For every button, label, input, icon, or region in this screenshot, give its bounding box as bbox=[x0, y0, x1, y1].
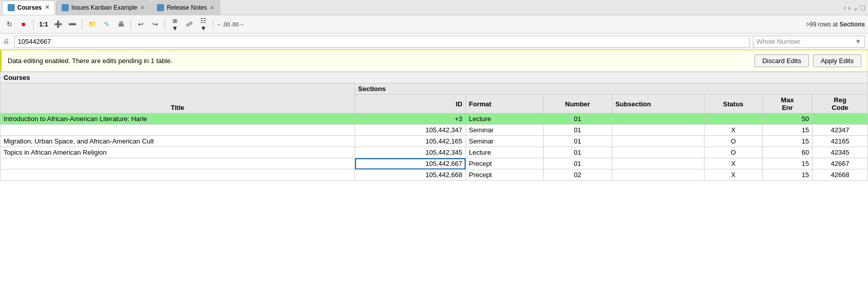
print-button[interactable]: 🖶 bbox=[115, 18, 127, 31]
align-button[interactable]: ≣ ▼ bbox=[169, 18, 181, 31]
decimal-left-button[interactable]: ←.00 bbox=[217, 18, 229, 31]
status-cell[interactable]: X bbox=[704, 158, 763, 169]
field-value-input[interactable] bbox=[14, 36, 750, 48]
apply-edits-button[interactable]: Apply Edits bbox=[813, 54, 861, 67]
max-enr-cell[interactable]: 15 bbox=[763, 136, 812, 147]
copy-button[interactable]: ☍ bbox=[183, 18, 195, 31]
notification-message: Data editing enabled. There are edits pe… bbox=[8, 57, 750, 65]
title-cell: Introduction to African-American Literat… bbox=[1, 113, 355, 125]
toolbar: ↻ ■ 1:1 ➕ ➖ 📁 ✎ 🖶 ↩ ↪ ≣ ▼ ☍ ☷ ▼ ←.00 .00… bbox=[0, 15, 868, 34]
id-cell[interactable]: 105,442,345 bbox=[355, 147, 466, 158]
tab-bar: Courses ✕ Issues Kanban Example ✕ Releas… bbox=[0, 0, 868, 15]
grid-button[interactable]: ☷ ▼ bbox=[197, 18, 209, 31]
max-enr-cell[interactable]: 15 bbox=[763, 158, 812, 169]
max-enr-cell[interactable]: 60 bbox=[763, 147, 812, 158]
number-cell[interactable]: 01 bbox=[543, 158, 612, 169]
col-status-header: Status bbox=[704, 95, 763, 113]
status-cell[interactable]: X bbox=[704, 169, 763, 181]
table-group-header: Courses bbox=[1, 72, 868, 83]
max-enr-cell[interactable]: 50 bbox=[763, 113, 812, 125]
subsection-cell[interactable] bbox=[612, 113, 704, 125]
number-cell[interactable]: 01 bbox=[543, 147, 612, 158]
subsection-cell[interactable] bbox=[612, 158, 704, 169]
col-sections-header: Sections bbox=[355, 83, 868, 95]
max-enr-cell[interactable]: 15 bbox=[763, 169, 812, 181]
tab-courses[interactable]: Courses ✕ bbox=[2, 1, 55, 15]
subsection-cell[interactable] bbox=[612, 136, 704, 147]
reg-code-cell[interactable]: 42347 bbox=[812, 125, 868, 136]
table-row: Introduction to African-American Literat… bbox=[1, 113, 868, 125]
tab-kanban[interactable]: Issues Kanban Example ✕ bbox=[56, 1, 150, 15]
table-row: 105,442,667 Precept 01 X 15 42667 bbox=[1, 158, 868, 169]
format-cell[interactable]: Lecture bbox=[466, 113, 543, 125]
reg-code-cell[interactable]: 42165 bbox=[812, 136, 868, 147]
title-cell: Topics in African American Religion bbox=[1, 147, 355, 158]
format-cell[interactable]: Precept bbox=[466, 169, 543, 181]
col-max-enr-header: MaxEnr bbox=[763, 95, 812, 113]
sep4 bbox=[165, 19, 165, 30]
id-cell[interactable]: 105,442,347 bbox=[355, 125, 466, 136]
reg-code-cell[interactable] bbox=[812, 113, 868, 125]
format-cell[interactable]: Precept bbox=[466, 158, 543, 169]
decimal-right-button[interactable]: .00→ bbox=[231, 18, 243, 31]
col-number-header: Number bbox=[543, 95, 612, 113]
undo-button[interactable]: ↩ bbox=[134, 18, 147, 31]
rows-info: >99 rows at Sections bbox=[806, 21, 865, 28]
title-cell: Migration, Urban Space, and African-Amer… bbox=[1, 136, 355, 147]
col-reg-code-header: RegCode bbox=[812, 95, 868, 113]
field-type-dropdown[interactable]: Whole Number ▼ bbox=[753, 36, 865, 48]
tab-release-close[interactable]: ✕ bbox=[210, 5, 214, 11]
sep5 bbox=[213, 19, 213, 30]
printer-icon: 🖨 bbox=[3, 38, 11, 46]
format-cell[interactable]: Seminar bbox=[466, 136, 543, 147]
status-cell[interactable] bbox=[704, 113, 763, 125]
id-cell[interactable]: +3 bbox=[355, 113, 466, 125]
tab-nav-window[interactable]: □ bbox=[861, 4, 865, 12]
reg-code-cell[interactable]: 42668 bbox=[812, 169, 868, 181]
tab-release-notes[interactable]: Release Notes ✕ bbox=[151, 1, 220, 15]
max-enr-cell[interactable]: 15 bbox=[763, 125, 812, 136]
rows-section-bold: Sections bbox=[839, 21, 865, 28]
open-button[interactable]: 📁 bbox=[86, 18, 98, 31]
subsection-cell[interactable] bbox=[612, 169, 704, 181]
tab-nav-prev[interactable]: ‹ bbox=[844, 4, 846, 12]
tab-courses-close[interactable]: ✕ bbox=[45, 4, 49, 11]
field-type-chevron: ▼ bbox=[855, 38, 861, 45]
status-cell[interactable]: X bbox=[704, 125, 763, 136]
reg-code-cell[interactable]: 42667 bbox=[812, 158, 868, 169]
discard-edits-button[interactable]: Discard Edits bbox=[754, 54, 809, 67]
subsection-cell[interactable] bbox=[612, 147, 704, 158]
sep1 bbox=[33, 19, 34, 30]
number-cell[interactable]: 01 bbox=[543, 125, 612, 136]
stop-button[interactable]: ■ bbox=[17, 18, 30, 31]
id-cell[interactable]: 105,442,668 bbox=[355, 169, 466, 181]
main-content: Data editing enabled. There are edits pe… bbox=[0, 50, 868, 289]
status-cell[interactable]: O bbox=[704, 136, 763, 147]
status-cell[interactable]: O bbox=[704, 147, 763, 158]
col-title-header: Title bbox=[1, 83, 355, 113]
reg-code-cell[interactable]: 42345 bbox=[812, 147, 868, 158]
subsection-cell[interactable] bbox=[612, 125, 704, 136]
selected-id-cell[interactable]: 105,442,667 bbox=[355, 158, 466, 169]
tab-nav-down[interactable]: ⌄ bbox=[853, 4, 859, 12]
kanban-tab-icon bbox=[62, 4, 69, 11]
refresh-button[interactable]: ↻ bbox=[3, 18, 15, 31]
field-bar: 🖨 Whole Number ▼ bbox=[0, 34, 868, 50]
courses-tab-icon bbox=[8, 4, 15, 11]
zoom-in-button[interactable]: ➕ bbox=[52, 18, 64, 31]
zoom-out-button[interactable]: ➖ bbox=[66, 18, 78, 31]
number-cell[interactable]: 01 bbox=[543, 136, 612, 147]
format-cell[interactable]: Lecture bbox=[466, 147, 543, 158]
tab-nav: ‹ › ⌄ □ bbox=[844, 4, 868, 12]
table-row: 105,442,347 Seminar 01 X 15 42347 bbox=[1, 125, 868, 136]
tab-nav-next[interactable]: › bbox=[848, 4, 851, 12]
number-cell[interactable]: 01 bbox=[543, 113, 612, 125]
col-id-header: ID bbox=[355, 95, 466, 113]
edit-button[interactable]: ✎ bbox=[100, 18, 113, 31]
redo-button[interactable]: ↪ bbox=[149, 18, 161, 31]
id-cell[interactable]: 105,442,165 bbox=[355, 136, 466, 147]
tab-kanban-label: Issues Kanban Example bbox=[71, 4, 137, 11]
tab-kanban-close[interactable]: ✕ bbox=[140, 5, 145, 11]
format-cell[interactable]: Seminar bbox=[466, 125, 543, 136]
number-cell[interactable]: 02 bbox=[543, 169, 612, 181]
